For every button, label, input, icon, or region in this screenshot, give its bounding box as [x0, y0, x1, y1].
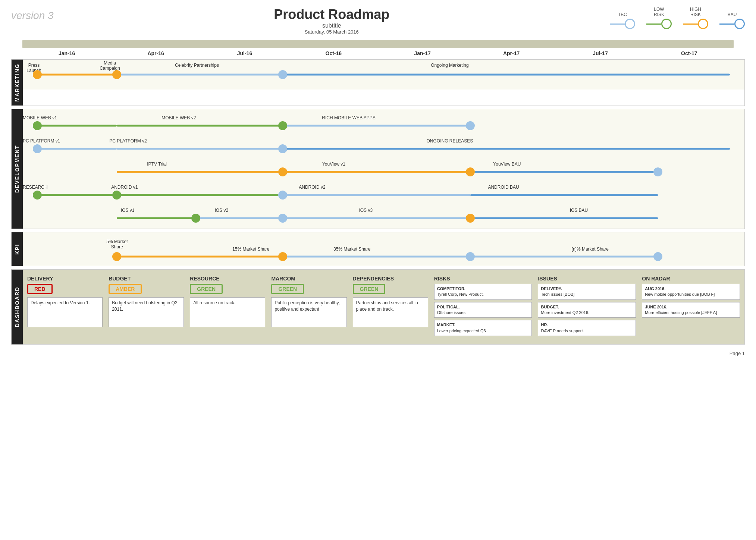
mw-node2	[278, 121, 287, 130]
issue-item-2: BUDGET. More investment Q2 2016.	[538, 302, 636, 318]
ongoing-marketing-label: Ongoing Marketing	[412, 63, 487, 68]
delivery-title: DELIVERY	[27, 276, 103, 282]
risk-item-3: MARKET. Lower pricing expected Q3	[434, 320, 532, 336]
android-line4	[470, 194, 658, 196]
android-node1	[112, 191, 121, 200]
budget-title: BUDGET	[109, 276, 184, 282]
dependencies-badge: GREEN	[353, 284, 386, 294]
onradar-text-2: More efficient hosting possible [JEFF A]	[645, 310, 717, 315]
celebrity-line	[117, 74, 283, 76]
risk-item-2: POLITICAL. Offshore issues.	[434, 302, 532, 318]
legend-bau: BAU	[719, 12, 745, 29]
legend-tbc-circle	[625, 19, 635, 29]
issue-text-3: DAVE P needs support.	[541, 329, 584, 333]
issue-label-2: BUDGET.	[541, 305, 559, 309]
marketing-content: PressLaunch MediaCampaign Celebrity Part…	[23, 60, 744, 90]
kpi-label: KPI	[12, 232, 23, 266]
dashboard-resource: RESOURCE GREEN All resource on track.	[190, 276, 265, 338]
iptv-line2	[283, 171, 470, 173]
pc-node1	[33, 144, 42, 153]
delivery-text: Delays expected to Version 1.	[27, 297, 103, 327]
risk-text-1: Tyrell Corp, New Product.	[437, 292, 484, 296]
timeline-label-jul16: Jul-16	[200, 50, 289, 56]
dependencies-title: DEPENDENCIES	[353, 276, 428, 282]
legend-high-risk-label: HIGHRISK	[690, 7, 701, 17]
onradar-title: ON RADAR	[642, 276, 740, 282]
legend-tbc-line	[610, 23, 625, 25]
legend-high-risk-line-wrap	[683, 19, 708, 29]
resource-text: All resource on track.	[190, 297, 265, 327]
onradar-label-1: AUG 2016.	[645, 286, 665, 291]
delivery-badge: RED	[27, 284, 53, 294]
iptv-node1	[278, 167, 287, 176]
ios-line4	[470, 217, 658, 219]
android-line1	[37, 194, 117, 196]
iptv-node3	[653, 167, 662, 176]
legend-low-risk: LOWRISK	[646, 7, 672, 29]
dashboard-budget: BUDGET AMBER Budget will need bolstering…	[109, 276, 184, 338]
development-label: DEVELOPMENT	[12, 109, 23, 229]
android-node2	[278, 191, 287, 200]
pc-line3	[283, 148, 730, 150]
legend-low-risk-line-wrap	[646, 19, 672, 29]
dashboard-issues: ISSUES DELIVERY. Tech issues [BOB] BUDGE…	[538, 276, 636, 338]
sections-container: MARKETING PressLaunch MediaCampaign Cele…	[11, 59, 745, 266]
dashboard-onradar: ON RADAR AUG 2016. New mobile opportunit…	[642, 276, 740, 338]
ios-line2	[196, 217, 282, 219]
onradar-item-2: JUNE 2016. More efficient hosting possib…	[642, 302, 740, 318]
marketing-label: MARKETING	[12, 60, 23, 106]
mw-label3: RICH MOBILE WEB APPS	[311, 115, 386, 120]
kpi-line3	[470, 255, 658, 257]
iptv-label1: IPTV Trial	[138, 161, 176, 167]
timeline-label-jan17: Jan-17	[378, 50, 467, 56]
iptv-node2	[466, 167, 475, 176]
dashboard-dependencies: DEPENDENCIES GREEN Partnerships and serv…	[353, 276, 428, 338]
budget-text: Budget will need bolstering in Q2 2011.	[109, 297, 184, 327]
issue-item-1: DELIVERY. Tech issues [BOB]	[538, 284, 636, 300]
ios-line3	[283, 217, 470, 219]
kpi-node1	[112, 252, 121, 261]
ios-label4: iOS BAU	[564, 208, 594, 213]
issues-title: ISSUES	[538, 276, 636, 282]
timeline-label-apr16: Apr-16	[111, 50, 200, 56]
kpi-node2	[278, 252, 287, 261]
header-date: Saturday, 05 March 2016	[54, 29, 610, 35]
ios-label2: iOS v2	[210, 208, 233, 213]
legend-low-risk-label: LOWRISK	[654, 7, 664, 17]
issue-label-3: HR.	[541, 323, 548, 327]
mw-line2	[117, 125, 283, 126]
marcom-badge: GREEN	[271, 284, 304, 294]
timeline-label-jan16: Jan-16	[22, 50, 111, 56]
legend-tbc: TBC	[610, 12, 635, 29]
risk-text-3: Lower pricing expected Q3	[437, 329, 486, 333]
onradar-item-1: AUG 2016. New mobile opportunities due […	[642, 284, 740, 300]
media-campaign-label: MediaCampaign	[95, 60, 125, 71]
legend-high-risk-circle	[698, 19, 708, 29]
pc-line2	[117, 148, 283, 150]
legend: TBC LOWRISK HIGHRISK BAU	[610, 7, 745, 29]
android-label3: ANDROID BAU	[477, 185, 530, 190]
pc-line1	[37, 148, 117, 150]
iptv-line3	[470, 171, 658, 173]
iptv-row: IPTV Trial YouView v1 YouView BAU	[23, 160, 744, 183]
legend-high-risk: HIGHRISK	[683, 7, 708, 29]
legend-tbc-label: TBC	[618, 12, 627, 17]
kpi-section: KPI 5% MarketShare 15% Market Share 35% …	[11, 232, 745, 266]
kpi-row: 5% MarketShare 15% Market Share 35% Mark…	[23, 236, 744, 269]
dashboard-content: DELIVERY RED Delays expected to Version …	[23, 270, 744, 344]
legend-bau-label: BAU	[728, 12, 737, 17]
mw-line1	[37, 125, 117, 126]
legend-bau-line	[719, 23, 734, 25]
page-footer: Page 1	[0, 348, 756, 359]
kpi-line2	[283, 255, 470, 257]
header: version 3 Product Roadmap subtitle Satur…	[0, 0, 756, 38]
ongoing-marketing-line	[283, 74, 730, 76]
dashboard-delivery: DELIVERY RED Delays expected to Version …	[27, 276, 103, 338]
header-center: Product Roadmap subtitle Saturday, 05 Ma…	[54, 7, 610, 35]
legend-low-risk-circle	[661, 19, 672, 29]
legend-high-risk-line	[683, 23, 698, 25]
android-line2	[117, 194, 283, 196]
risk-label-2: POLITICAL.	[437, 305, 460, 309]
iptv-label2: YouView v1	[311, 161, 356, 167]
onradar-label-2: JUNE 2016.	[645, 305, 667, 309]
